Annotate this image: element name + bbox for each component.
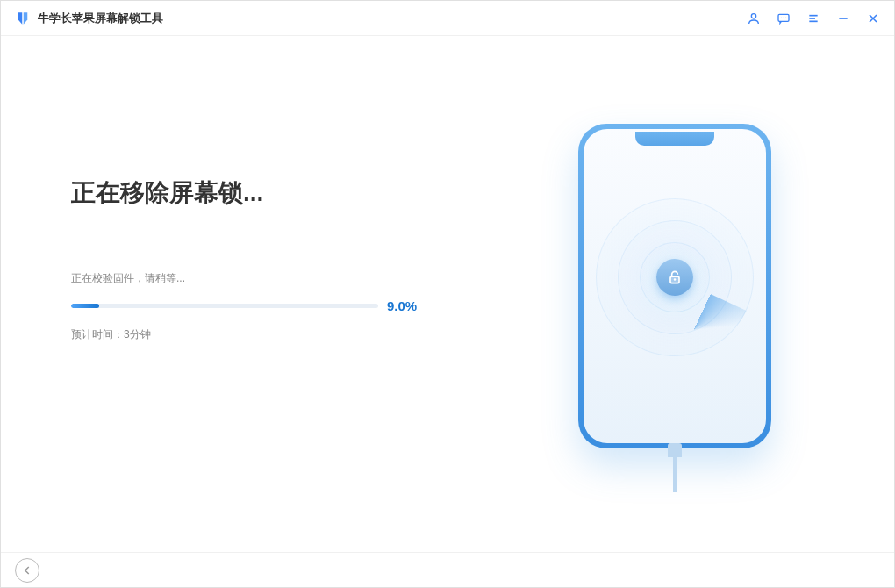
main-heading: 正在移除屏幕锁... [71,176,508,210]
radar-container [596,198,754,356]
app-logo-icon [15,11,31,26]
phone-illustration [561,124,789,492]
svg-point-2 [781,17,782,18]
lock-icon [656,259,693,296]
eta-label: 预计时间： [71,328,124,341]
eta-row: 预计时间：3分钟 [71,327,508,342]
progress-row: 9.0% [71,298,508,313]
phone-cable [666,443,684,487]
menu-icon[interactable] [806,11,820,25]
titlebar: 牛学长苹果屏幕解锁工具 [1,1,894,36]
phone-screen [584,129,766,443]
right-panel [508,89,841,552]
status-text: 正在校验固件，请稍等... [71,271,508,286]
progress-bar [71,304,378,308]
svg-point-12 [674,278,677,281]
user-icon[interactable] [747,11,761,25]
bottom-bar [1,552,894,587]
close-icon[interactable] [866,11,880,25]
left-panel: 正在移除屏幕锁... 正在校验固件，请稍等... 9.0% 预计时间：3分钟 [54,89,508,552]
phone-notch [635,132,714,146]
progress-percentage: 9.0% [387,298,417,313]
app-window: 牛学长苹果屏幕解锁工具 [0,0,895,588]
back-button[interactable] [15,558,39,583]
svg-point-0 [751,13,755,18]
eta-value: 3分钟 [124,328,151,341]
titlebar-right [747,11,880,25]
feedback-icon[interactable] [777,11,791,25]
progress-fill [71,304,99,308]
app-title: 牛学长苹果屏幕解锁工具 [38,11,163,26]
cable-plug [668,443,682,457]
svg-point-4 [785,17,786,18]
minimize-icon[interactable] [836,11,850,25]
svg-point-3 [783,17,784,18]
phone-frame [578,124,771,448]
cable-wire [673,457,677,492]
titlebar-left: 牛学长苹果屏幕解锁工具 [15,11,163,26]
content: 正在移除屏幕锁... 正在校验固件，请稍等... 9.0% 预计时间：3分钟 [1,36,894,552]
